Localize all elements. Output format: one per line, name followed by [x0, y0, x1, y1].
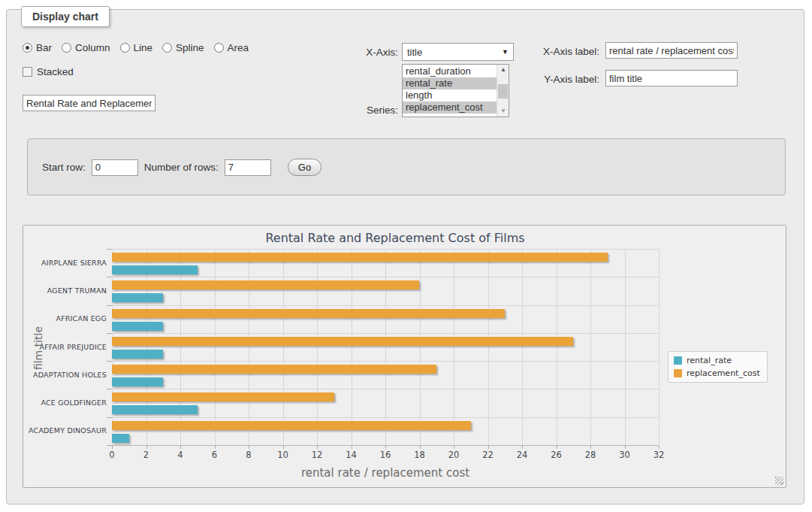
x-tick	[249, 446, 249, 449]
x-tick	[317, 446, 318, 449]
chart-legend: rental_ratereplacement_cost	[668, 351, 768, 383]
stacked-checkbox[interactable]	[23, 67, 32, 77]
x-tick	[522, 446, 523, 449]
radio-icon-bar[interactable]	[23, 43, 32, 53]
radio-option-spline[interactable]: Spline	[162, 42, 204, 53]
bar-rental_rate-4	[112, 377, 163, 386]
resize-handle-icon[interactable]	[775, 477, 783, 485]
category-label-1: AGENT TRUMAN	[23, 286, 107, 295]
radio-option-area[interactable]: Area	[214, 42, 249, 53]
x-tick-label: 8	[234, 450, 264, 460]
x-axis-title: rental rate / replacement cost	[112, 466, 659, 480]
start-row-input[interactable]	[92, 159, 138, 176]
x-tick	[385, 446, 386, 449]
band-gridline	[112, 277, 659, 277]
y-axis-label-input[interactable]	[605, 70, 738, 86]
radio-label-area: Area	[228, 42, 249, 53]
x-tick	[112, 446, 113, 449]
x-tick	[352, 446, 352, 449]
x-tick-label: 18	[405, 450, 435, 460]
radio-icon-line[interactable]	[120, 43, 130, 53]
radio-icon-spline[interactable]	[162, 43, 172, 53]
x-tick-label: 4	[165, 450, 195, 460]
bar-rental_rate-6	[112, 434, 129, 443]
y-tick	[107, 417, 112, 418]
radio-icon-column[interactable]	[62, 43, 71, 53]
legend-swatch-replacement_cost	[674, 369, 682, 377]
gridline	[180, 249, 181, 445]
chart-type-radio-group: BarColumnLineSplineArea	[23, 42, 249, 53]
chart-title: Rental Rate and Replacement Cost of Film…	[23, 231, 767, 245]
x-axis-select[interactable]: title ▼	[402, 43, 514, 61]
x-tick	[146, 446, 147, 449]
go-button[interactable]: Go	[288, 159, 321, 176]
x-tick-label: 10	[268, 450, 298, 460]
x-tick	[590, 446, 591, 449]
gridline	[625, 249, 626, 445]
series-option-length[interactable]: length	[403, 89, 497, 101]
page: Display chart BarColumnLineSplineArea St…	[0, 0, 812, 512]
radio-option-line[interactable]: Line	[120, 42, 153, 53]
stacked-label: Stacked	[37, 66, 74, 77]
num-rows-label: Number of rows:	[144, 162, 219, 173]
series-listbox[interactable]: rental_durationrental_ratelengthreplacem…	[402, 64, 509, 117]
scrollbar-thumb[interactable]	[498, 84, 508, 98]
panel-title: Display chart	[21, 6, 110, 27]
scroll-down-icon[interactable]: ▼	[497, 106, 509, 117]
bar-rental_rate-3	[112, 350, 163, 359]
bar-replacement_cost-1	[112, 280, 419, 289]
x-axis-label: X-Axis:	[338, 47, 398, 58]
x-tick-label: 16	[370, 450, 400, 460]
bar-replacement_cost-0	[112, 253, 608, 262]
x-tick	[283, 446, 284, 449]
radio-label-line: Line	[134, 42, 153, 53]
radio-label-spline: Spline	[176, 42, 204, 53]
series-scrollbar[interactable]: ▲ ▼	[497, 65, 509, 117]
x-axis-label-input[interactable]	[605, 42, 738, 59]
radio-option-bar[interactable]: Bar	[23, 42, 52, 53]
series-option-replacement_cost[interactable]: replacement_cost	[403, 101, 497, 114]
bar-replacement_cost-5	[112, 392, 334, 401]
y-tick	[107, 249, 112, 250]
gridline	[317, 249, 318, 445]
x-tick	[625, 446, 626, 449]
x-tick-label: 12	[302, 450, 332, 460]
x-tick-label: 22	[473, 450, 503, 460]
band-gridline	[112, 417, 659, 418]
y-axis-label-caption: Y-Axis label:	[530, 74, 599, 85]
category-label-5: ACE GOLDFINGER	[23, 398, 107, 407]
x-tick	[659, 446, 660, 449]
bar-replacement_cost-3	[112, 337, 573, 346]
bar-rental_rate-0	[112, 265, 198, 274]
scroll-up-icon[interactable]: ▲	[497, 65, 509, 75]
chart-container: Rental Rate and Replacement Cost of Film…	[23, 225, 786, 488]
x-tick-label: 24	[507, 450, 537, 460]
band-gridline	[112, 249, 659, 250]
series-option-rental_duration[interactable]: rental_duration	[403, 65, 497, 77]
chart-title-input[interactable]	[23, 95, 155, 111]
legend-item-rental_rate[interactable]: rental_rate	[674, 356, 760, 365]
bar-replacement_cost-6	[112, 421, 471, 430]
y-tick	[107, 389, 112, 389]
x-tick-label: 2	[131, 450, 161, 460]
gridline	[590, 249, 591, 445]
x-tick-label: 20	[439, 450, 469, 460]
y-tick	[107, 361, 112, 362]
gridline	[420, 249, 421, 445]
series-option-rental_rate[interactable]: rental_rate	[403, 77, 497, 89]
stacked-row: Stacked	[23, 66, 74, 77]
y-tick	[107, 277, 112, 277]
gridline	[557, 249, 557, 445]
radio-icon-area[interactable]	[214, 43, 224, 53]
legend-item-replacement_cost[interactable]: replacement_cost	[674, 368, 760, 378]
radio-option-column[interactable]: Column	[62, 42, 110, 53]
chevron-down-icon: ▼	[502, 48, 509, 56]
x-tick-label: 30	[610, 450, 640, 460]
radio-label-column: Column	[75, 42, 110, 53]
radio-label-bar: Bar	[36, 42, 52, 53]
x-axis-selected-value: title	[407, 47, 502, 58]
gridline	[454, 249, 454, 445]
num-rows-input[interactable]	[225, 159, 271, 176]
y-tick	[107, 333, 112, 334]
x-tick	[488, 446, 489, 449]
